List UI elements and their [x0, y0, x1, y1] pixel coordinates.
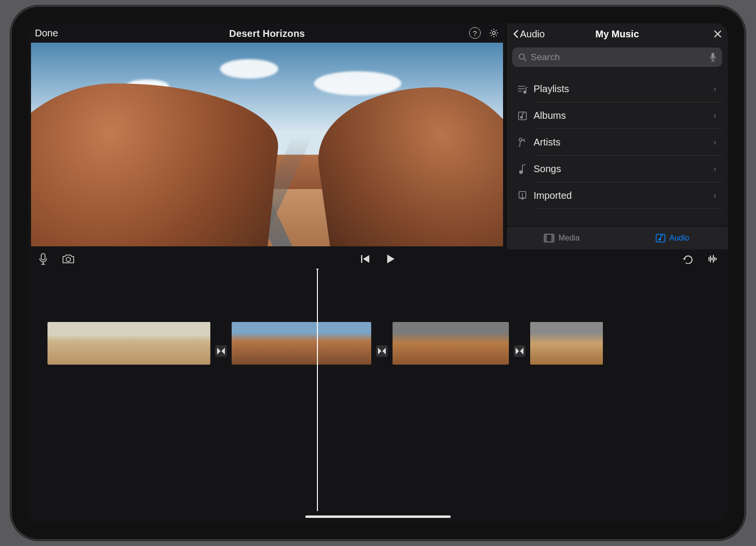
video-preview[interactable] [31, 43, 503, 246]
row-imported[interactable]: Imported › [506, 182, 728, 209]
camera-icon[interactable] [62, 253, 75, 265]
svg-point-0 [492, 32, 495, 34]
chevron-right-icon: › [713, 164, 728, 174]
settings-icon[interactable] [488, 28, 499, 38]
audio-back-label: Audio [520, 29, 545, 40]
help-icon[interactable]: ? [469, 27, 481, 39]
tab-audio[interactable]: Audio [617, 226, 728, 249]
close-icon[interactable] [713, 30, 722, 38]
search-field[interactable] [512, 48, 722, 67]
tab-media-label: Media [558, 234, 580, 242]
undo-icon[interactable] [681, 253, 694, 265]
audio-panel-title: My Music [595, 29, 639, 40]
done-button[interactable]: Done [35, 28, 58, 39]
chevron-right-icon: › [713, 111, 728, 121]
search-input[interactable] [531, 52, 706, 63]
svg-rect-14 [361, 255, 362, 263]
tab-media[interactable]: Media [506, 226, 617, 249]
chevron-left-icon [512, 30, 519, 38]
svg-rect-2 [711, 53, 714, 58]
svg-point-13 [66, 257, 71, 262]
row-albums[interactable]: Albums › [506, 102, 728, 129]
home-indicator [305, 515, 451, 518]
clip-1[interactable] [47, 322, 210, 365]
project-title: Desert Horizons [229, 28, 305, 39]
preview-pane: Done Desert Horizons ? [28, 23, 506, 249]
media-icon [544, 234, 554, 242]
timeline[interactable] [28, 269, 728, 523]
ipad-frame: Done Desert Horizons ? [11, 6, 745, 540]
album-icon [514, 111, 531, 121]
clip-4[interactable] [530, 322, 603, 365]
row-label: Artists [531, 137, 713, 148]
row-label: Imported [531, 190, 713, 201]
top-area: Done Desert Horizons ? [28, 23, 728, 249]
transition-icon[interactable] [514, 345, 525, 357]
artist-icon [514, 137, 531, 148]
audio-browser-panel: Audio My Music [506, 23, 728, 249]
row-playlists[interactable]: Playlists › [506, 76, 728, 102]
row-label: Playlists [531, 83, 713, 95]
music-category-list: Playlists › Albums › Art [506, 72, 728, 226]
audio-back-button[interactable]: Audio [512, 29, 545, 40]
svg-point-1 [519, 54, 524, 59]
chevron-right-icon: › [713, 84, 728, 94]
svg-rect-12 [41, 254, 45, 260]
dictation-icon[interactable] [709, 52, 716, 62]
skip-back-icon[interactable] [359, 253, 372, 265]
tab-audio-label: Audio [669, 234, 689, 242]
audio-icon [656, 234, 665, 242]
chevron-right-icon: › [713, 137, 728, 147]
waveform-icon[interactable] [707, 253, 719, 265]
audio-panel-header: Audio My Music [506, 23, 728, 45]
song-icon [514, 164, 531, 175]
app-screen: Done Desert Horizons ? [28, 23, 728, 523]
svg-point-7 [520, 171, 522, 174]
clip-2[interactable] [232, 322, 371, 365]
transition-icon[interactable] [215, 345, 227, 357]
row-songs[interactable]: Songs › [506, 156, 728, 182]
row-label: Albums [531, 110, 713, 121]
play-icon[interactable] [384, 253, 397, 265]
playhead[interactable] [317, 269, 318, 511]
record-voiceover-icon[interactable] [37, 253, 49, 265]
row-artists[interactable]: Artists › [506, 129, 728, 156]
chevron-right-icon: › [713, 191, 728, 201]
row-label: Songs [531, 163, 713, 175]
transition-icon[interactable] [376, 345, 388, 357]
preview-header: Done Desert Horizons ? [28, 23, 506, 43]
playlist-icon [514, 84, 531, 94]
browser-tabs: Media Audio [506, 226, 728, 249]
clip-3[interactable] [393, 322, 509, 365]
video-track[interactable] [28, 322, 728, 365]
search-icon [518, 53, 527, 62]
timeline-toolbar [28, 249, 728, 269]
imported-icon [514, 191, 531, 201]
